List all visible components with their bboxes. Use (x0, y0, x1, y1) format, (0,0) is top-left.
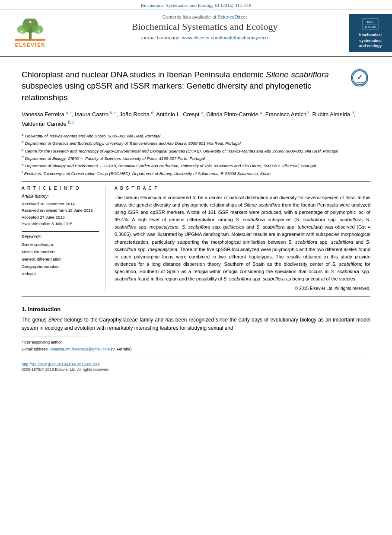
journal-title-center: Contents lists available at ScienceDirec… (61, 14, 349, 52)
abstract-col: A B S T R A C T The Iberian Peninsula is… (115, 186, 370, 291)
corresponding-author-note: * Corresponding author. (22, 340, 370, 346)
author-email[interactable]: vanessa.cm.ferreira29@gmail.com (50, 347, 111, 351)
keywords-divider (22, 231, 99, 232)
authors-line: Vanessa Ferreira a, *, Isaura Castro b, … (22, 110, 370, 129)
homepage-link[interactable]: www.elsevier.com/locate/biochemsyseco (182, 35, 268, 40)
journal-name-header: Biochemical Systematics and Ecology (65, 21, 344, 32)
abstract-copyright: © 2015 Elsevier Ltd. All rights reserved… (115, 286, 370, 291)
issn-line: 0305-1978/© 2015 Elsevier Ltd. All right… (22, 367, 370, 372)
svg-text:ELSEVIER: ELSEVIER (365, 26, 376, 29)
svg-text:✓: ✓ (357, 73, 363, 82)
divider-1 (22, 181, 370, 182)
journal-ref-bar: Biochemical Systematics and Ecology 61 (… (0, 0, 392, 10)
sciencedirect-link[interactable]: ScienceDirect (217, 14, 247, 19)
article-info-dates: Received 16 December 2014 Received in re… (22, 201, 99, 227)
bottom-bar: http://dx.doi.org/10.1016/j.bse.2015.06.… (22, 359, 370, 372)
abstract-header: A B S T R A C T (115, 186, 370, 191)
svg-text:CrossMark: CrossMark (354, 82, 365, 84)
received-date: Received 16 December 2014 (22, 201, 99, 207)
article-main: Chloroplast and nuclear DNA studies in I… (0, 57, 392, 372)
homepage-line: journal homepage: www.elsevier.com/locat… (65, 35, 344, 40)
svg-rect-0 (15, 39, 45, 41)
affiliation-c: c Centre for the Research and Technology… (22, 147, 370, 154)
divider-2 (22, 296, 370, 296)
affiliation-a: a University of Trás-os-Montes and Alto … (22, 132, 370, 139)
affiliation-e: e Department of Biology and Environment … (22, 162, 370, 169)
article-history-title: Article history: (22, 194, 99, 199)
keywords-title: Keywords: (22, 234, 99, 239)
introduction-section: 1. Introduction The genus Silene belongs… (22, 304, 370, 332)
article-info-col: A R T I C L E I N F O Article history: R… (22, 186, 106, 291)
affiliation-b: b Department of Genetics and Biotechnolo… (22, 140, 370, 146)
contents-line: Contents lists available at ScienceDirec… (65, 14, 344, 19)
available-date: Available online 8 July 2015 (22, 220, 99, 227)
svg-point-5 (20, 30, 23, 33)
elsevier-logo: ELSEVIER (0, 14, 61, 52)
keyword-5: Refugia (22, 270, 99, 277)
journal-logo-right: BSE ELSEVIER biochemical systematics and… (349, 14, 392, 52)
svg-text:BSE: BSE (367, 20, 374, 23)
affiliation-f: f Evolution, Taxonomy and Conservation G… (22, 170, 370, 177)
keyword-1: Silene scabriflora (22, 241, 99, 248)
two-col-section: A R T I C L E I N F O Article history: R… (22, 186, 370, 291)
footnote-divider (22, 337, 86, 337)
crossmark-logo: ✓ CrossMark (351, 69, 370, 89)
accepted-date: Accepted 27 June 2015 (22, 214, 99, 220)
article-info-header: A R T I C L E I N F O (22, 186, 99, 191)
journal-ref-text: Biochemical Systematics and Ecology 61 (… (140, 3, 251, 8)
footnote-section: * Corresponding author. E-mail address: … (22, 340, 370, 352)
intro-text: The genus Silene belongs to the Caryophy… (22, 316, 370, 332)
keyword-2: Molecular markers (22, 248, 99, 255)
keyword-3: Genetic differentiation (22, 255, 99, 263)
article-title: Chloroplast and nuclear DNA studies in I… (22, 69, 370, 104)
received-revised-date: Received in revised form 18 June 2015 (22, 207, 99, 213)
svg-point-6 (38, 30, 40, 33)
affiliation-d: d Department of Biology, CIBIO — Faculty… (22, 155, 370, 162)
keyword-4: Geographic variation (22, 263, 99, 270)
doi-link[interactable]: http://dx.doi.org/10.1016/j.bse.2015.06.… (22, 362, 370, 366)
elsevier-wordmark: ELSEVIER (13, 42, 48, 48)
intro-title: 1. Introduction (22, 306, 370, 312)
keywords-list: Silene scabriflora Molecular markers Gen… (22, 241, 99, 277)
email-line: E-mail address: vanessa.cm.ferreira29@gm… (22, 347, 370, 353)
abstract-text: The Iberian Peninsula is considered to b… (115, 194, 370, 283)
affiliations-section: a University of Trás-os-Montes and Alto … (22, 132, 370, 177)
journal-header: ELSEVIER Contents lists available at Sci… (0, 10, 392, 57)
svg-point-7 (29, 21, 32, 23)
journal-logo-text: biochemical systematics and ecology (359, 32, 382, 49)
